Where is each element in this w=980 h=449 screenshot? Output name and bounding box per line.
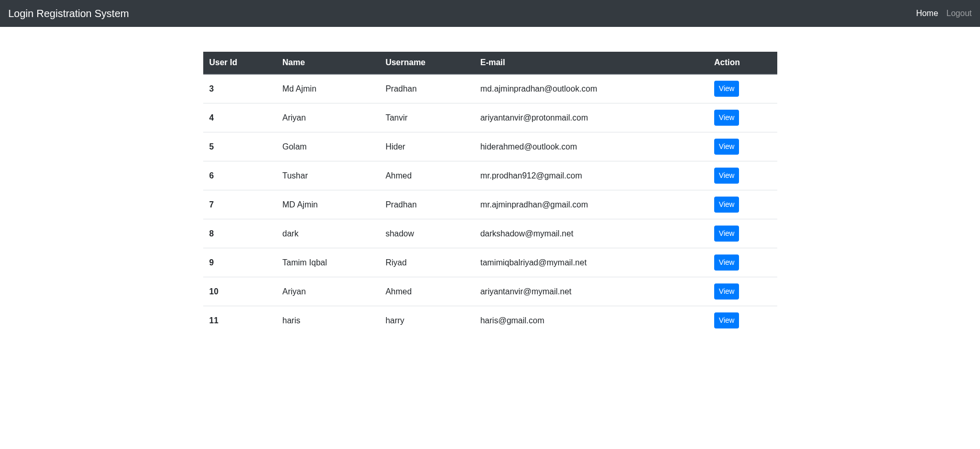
table-row: 11harisharryharis@gmail.comView: [203, 306, 777, 335]
cell-action: View: [708, 306, 777, 335]
table-body: 3Md AjminPradhanmd.ajminpradhan@outlook.…: [203, 74, 777, 335]
cell-name: Ariyan: [276, 277, 379, 306]
cell-username: Hider: [379, 132, 474, 161]
view-button[interactable]: View: [714, 139, 739, 155]
view-button[interactable]: View: [714, 168, 739, 184]
cell-username: harry: [379, 306, 474, 335]
cell-email: md.ajminpradhan@outlook.com: [474, 74, 708, 103]
cell-action: View: [708, 74, 777, 103]
cell-name: MD Ajmin: [276, 190, 379, 219]
cell-email: hiderahmed@outlook.com: [474, 132, 708, 161]
cell-email: darkshadow@mymail.net: [474, 219, 708, 248]
table-row: 4AriyanTanvirariyantanvir@protonmail.com…: [203, 103, 777, 132]
nav-logout[interactable]: Logout: [946, 9, 972, 18]
cell-action: View: [708, 277, 777, 306]
view-button[interactable]: View: [714, 312, 739, 328]
cell-action: View: [708, 132, 777, 161]
cell-username: Ahmed: [379, 277, 474, 306]
table-wrapper: User Id Name Username E-mail Action 3Md …: [203, 52, 777, 335]
view-button[interactable]: View: [714, 255, 739, 271]
cell-action: View: [708, 103, 777, 132]
cell-username: Riyad: [379, 248, 474, 277]
table-row: 6TusharAhmedmr.prodhan912@gmail.comView: [203, 161, 777, 190]
cell-name: Md Ajmin: [276, 74, 379, 103]
cell-name: Tamim Iqbal: [276, 248, 379, 277]
cell-user-id: 8: [203, 219, 277, 248]
cell-username: Pradhan: [379, 190, 474, 219]
table-row: 5GolamHiderhiderahmed@outlook.comView: [203, 132, 777, 161]
cell-name: Golam: [276, 132, 379, 161]
cell-name: dark: [276, 219, 379, 248]
table-row: 8darkshadowdarkshadow@mymail.netView: [203, 219, 777, 248]
header-action: Action: [708, 52, 777, 74]
cell-action: View: [708, 161, 777, 190]
cell-user-id: 9: [203, 248, 277, 277]
cell-username: Pradhan: [379, 74, 474, 103]
table-row: 9Tamim IqbalRiyadtamimiqbalriyad@mymail.…: [203, 248, 777, 277]
cell-email: mr.ajminpradhan@gmail.com: [474, 190, 708, 219]
users-table: User Id Name Username E-mail Action 3Md …: [203, 52, 777, 335]
cell-username: Ahmed: [379, 161, 474, 190]
cell-user-id: 3: [203, 74, 277, 103]
cell-action: View: [708, 219, 777, 248]
main-container: User Id Name Username E-mail Action 3Md …: [195, 52, 785, 335]
view-button[interactable]: View: [714, 110, 739, 126]
cell-name: Ariyan: [276, 103, 379, 132]
cell-username: Tanvir: [379, 103, 474, 132]
view-button[interactable]: View: [714, 81, 739, 97]
cell-email: tamimiqbalriyad@mymail.net: [474, 248, 708, 277]
view-button[interactable]: View: [714, 226, 739, 242]
cell-email: ariyantanvir@mymail.net: [474, 277, 708, 306]
cell-user-id: 5: [203, 132, 277, 161]
table-row: 3Md AjminPradhanmd.ajminpradhan@outlook.…: [203, 74, 777, 103]
cell-action: View: [708, 190, 777, 219]
navbar-nav: Home Logout: [916, 9, 972, 18]
view-button[interactable]: View: [714, 283, 739, 300]
cell-user-id: 6: [203, 161, 277, 190]
navbar: Login Registration System Home Logout: [0, 0, 980, 27]
cell-email: haris@gmail.com: [474, 306, 708, 335]
view-button[interactable]: View: [714, 197, 739, 213]
cell-user-id: 11: [203, 306, 277, 335]
header-name: Name: [276, 52, 379, 74]
cell-name: Tushar: [276, 161, 379, 190]
header-username: Username: [379, 52, 474, 74]
table-row: 10AriyanAhmedariyantanvir@mymail.netView: [203, 277, 777, 306]
header-email: E-mail: [474, 52, 708, 74]
cell-email: ariyantanvir@protonmail.com: [474, 103, 708, 132]
header-user-id: User Id: [203, 52, 277, 74]
cell-user-id: 4: [203, 103, 277, 132]
nav-home[interactable]: Home: [916, 9, 938, 18]
cell-name: haris: [276, 306, 379, 335]
navbar-brand[interactable]: Login Registration System: [8, 8, 129, 20]
cell-email: mr.prodhan912@gmail.com: [474, 161, 708, 190]
cell-username: shadow: [379, 219, 474, 248]
cell-user-id: 10: [203, 277, 277, 306]
cell-user-id: 7: [203, 190, 277, 219]
table-row: 7MD AjminPradhanmr.ajminpradhan@gmail.co…: [203, 190, 777, 219]
table-header-row: User Id Name Username E-mail Action: [203, 52, 777, 74]
cell-action: View: [708, 248, 777, 277]
